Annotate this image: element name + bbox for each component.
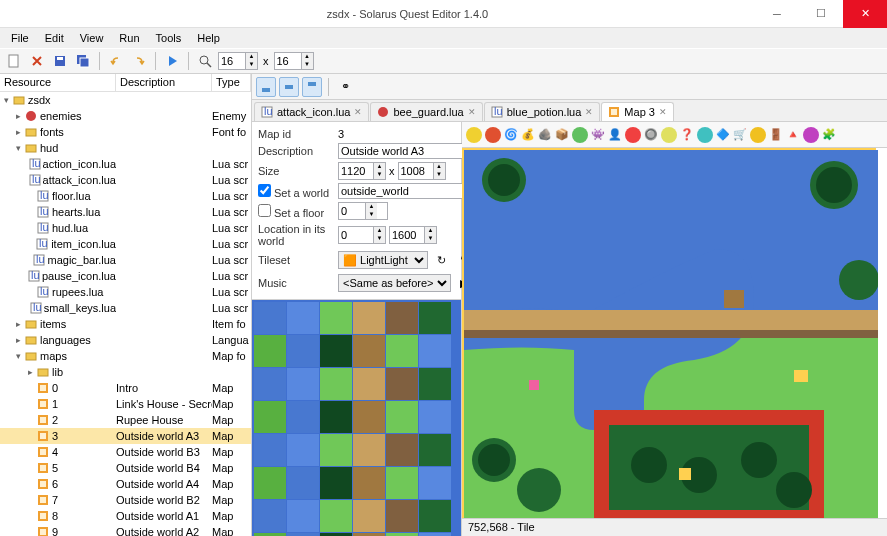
palette-tile[interactable] (287, 467, 319, 499)
palette-tile[interactable] (254, 467, 286, 499)
run-icon[interactable] (162, 51, 182, 71)
tab[interactable]: luaattack_icon.lua✕ (254, 102, 369, 121)
tree-row[interactable]: 4 Outside world B3 Map (0, 444, 251, 460)
resource-tree[interactable]: ▾zsdx ▸enemies Enemy ▸fonts Font fo ▾hud… (0, 92, 251, 536)
palette-tile[interactable] (320, 335, 352, 367)
entity-crystal-block-icon[interactable]: 🔷 (716, 128, 730, 141)
palette-tile[interactable] (419, 302, 451, 334)
minimize-button[interactable]: ─ (755, 0, 799, 28)
tree-row[interactable]: ▸enemies Enemy (0, 108, 251, 124)
entity-sensor-icon[interactable]: ❓ (680, 128, 694, 141)
palette-tile[interactable] (386, 368, 418, 400)
tree-row[interactable]: luahearts.lua Lua scr (0, 204, 251, 220)
tree-row[interactable]: 2 Rupee House Map (0, 412, 251, 428)
col-resource[interactable]: Resource (0, 74, 116, 91)
palette-tile[interactable] (287, 434, 319, 466)
entity-block-icon[interactable] (625, 127, 641, 143)
palette-tile[interactable] (254, 500, 286, 532)
entity-wall-icon[interactable] (661, 127, 677, 143)
tree-row[interactable]: 6 Outside world A4 Map (0, 476, 251, 492)
palette-tile[interactable] (254, 335, 286, 367)
palette-tile[interactable] (386, 434, 418, 466)
entity-npc-icon[interactable]: 👤 (608, 128, 622, 141)
palette-tile[interactable] (320, 302, 352, 334)
zoom-icon[interactable] (195, 51, 215, 71)
palette-tile[interactable] (419, 368, 451, 400)
palette-tile[interactable] (287, 302, 319, 334)
layer-low-icon[interactable] (256, 77, 276, 97)
tab-close-icon[interactable]: ✕ (585, 107, 593, 117)
entity-crystal-icon[interactable] (697, 127, 713, 143)
tree-row[interactable]: luarupees.lua Lua scr (0, 284, 251, 300)
palette-tile[interactable] (419, 335, 451, 367)
world-input[interactable] (338, 183, 474, 199)
redo-icon[interactable] (129, 51, 149, 71)
menu-tools[interactable]: Tools (149, 30, 189, 46)
palette-tile[interactable] (287, 335, 319, 367)
floor-spinbox[interactable]: ▲▼ (338, 202, 388, 220)
palette-tile[interactable] (419, 434, 451, 466)
tree-row[interactable]: 5 Outside world B4 Map (0, 460, 251, 476)
col-type[interactable]: Type (212, 74, 251, 91)
palette-tile[interactable] (386, 335, 418, 367)
tree-row[interactable]: 9 Outside world A2 Map (0, 524, 251, 536)
palette-tile[interactable] (254, 368, 286, 400)
entity-door-icon[interactable]: 🚪 (769, 128, 783, 141)
tree-row[interactable]: ▾hud (0, 140, 251, 156)
grid-w-spinbox[interactable]: ▲▼ (218, 52, 258, 70)
width-spinbox[interactable]: ▲▼ (338, 162, 386, 180)
palette-tile[interactable] (353, 401, 385, 433)
palette-tile[interactable] (353, 467, 385, 499)
palette-tile[interactable] (287, 368, 319, 400)
tileset-select[interactable]: 🟧 LightLight (338, 251, 428, 269)
entity-separator-icon[interactable] (803, 127, 819, 143)
entity-switch-icon[interactable]: 🔘 (644, 128, 658, 141)
tab-close-icon[interactable]: ✕ (354, 107, 362, 117)
tree-row[interactable]: luasmall_keys.lua Lua scr (0, 300, 251, 316)
entity-shop-icon[interactable]: 🛒 (733, 128, 747, 141)
tree-row[interactable]: 7 Outside world B2 Map (0, 492, 251, 508)
delete-icon[interactable] (27, 51, 47, 71)
palette-tile[interactable] (254, 401, 286, 433)
palette-tile[interactable] (386, 467, 418, 499)
grid-h-input[interactable] (275, 55, 301, 67)
tree-row[interactable]: ▾zsdx (0, 92, 251, 108)
tab-close-icon[interactable]: ✕ (659, 107, 667, 117)
grid-h-spinbox[interactable]: ▲▼ (274, 52, 314, 70)
map-canvas[interactable] (462, 148, 887, 518)
music-select[interactable]: <Same as before> (338, 274, 451, 292)
world-checkbox[interactable] (258, 184, 271, 197)
palette-tile[interactable] (320, 401, 352, 433)
palette-tile[interactable] (353, 302, 385, 334)
layer-mid-icon[interactable] (279, 77, 299, 97)
col-description[interactable]: Description (116, 74, 212, 91)
entity-stairs-icon[interactable]: 🔺 (786, 128, 800, 141)
entity-jumper-icon[interactable] (572, 127, 588, 143)
close-button[interactable]: ✕ (843, 0, 887, 28)
entity-chest-icon[interactable]: 📦 (555, 128, 569, 141)
undo-icon[interactable] (106, 51, 126, 71)
loc-x-spinbox[interactable]: ▲▼ (338, 226, 386, 244)
palette-tile[interactable] (320, 467, 352, 499)
palette-tile[interactable] (254, 302, 286, 334)
save-icon[interactable] (50, 51, 70, 71)
menu-view[interactable]: View (73, 30, 111, 46)
menu-edit[interactable]: Edit (38, 30, 71, 46)
entity-pickable-icon[interactable]: 💰 (521, 128, 535, 141)
refresh-tileset-icon[interactable]: ↻ (431, 250, 451, 270)
loc-y-spinbox[interactable]: ▲▼ (389, 226, 437, 244)
entity-stream-icon[interactable] (750, 127, 766, 143)
tab[interactable]: bee_guard.lua✕ (370, 102, 482, 121)
palette-tile[interactable] (353, 434, 385, 466)
palette-tile[interactable] (386, 500, 418, 532)
tree-row[interactable]: ▸languages Langua (0, 332, 251, 348)
palette-tile[interactable] (353, 500, 385, 532)
floor-checkbox[interactable] (258, 204, 271, 217)
menu-file[interactable]: File (4, 30, 36, 46)
palette-tile[interactable] (353, 335, 385, 367)
tree-row[interactable]: 1 Link's House - Secret room Map (0, 396, 251, 412)
height-spinbox[interactable]: ▲▼ (398, 162, 446, 180)
tree-row[interactable]: luahud.lua Lua scr (0, 220, 251, 236)
new-icon[interactable] (4, 51, 24, 71)
entity-enemy-icon[interactable]: 👾 (591, 128, 605, 141)
